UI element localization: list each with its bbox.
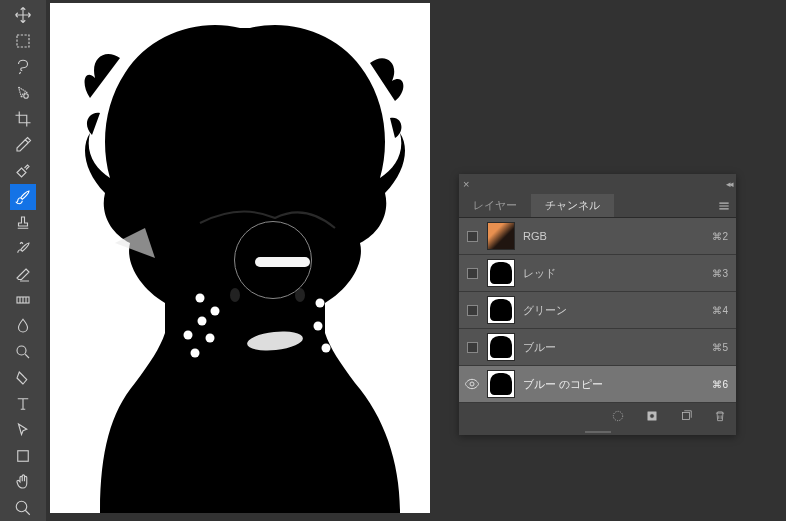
type-tool[interactable] <box>10 391 36 417</box>
eyedropper-tool[interactable] <box>10 132 36 158</box>
svg-point-12 <box>184 331 193 340</box>
svg-point-3 <box>17 346 26 355</box>
visibility-toggle[interactable] <box>463 301 481 319</box>
svg-point-10 <box>211 307 220 316</box>
channel-red[interactable]: レッド ⌘3 <box>459 255 736 292</box>
panel-header[interactable]: × ◂◂ <box>459 174 736 194</box>
brush-tool[interactable] <box>10 184 36 210</box>
svg-point-16 <box>331 311 340 320</box>
channel-thumbnail <box>487 222 515 250</box>
channel-blue[interactable]: ブルー ⌘5 <box>459 329 736 366</box>
channel-name: ブルー <box>523 340 712 355</box>
channel-thumbnail <box>487 370 515 398</box>
blur-tool[interactable] <box>10 313 36 339</box>
channel-thumbnail <box>487 333 515 361</box>
hand-tool[interactable] <box>10 469 36 495</box>
move-tool[interactable] <box>10 2 36 28</box>
stamp-tool[interactable] <box>10 210 36 236</box>
healing-tool[interactable] <box>10 158 36 184</box>
toolbar <box>0 0 46 521</box>
panel-menu-icon[interactable] <box>712 194 736 217</box>
panel-tabs: レイヤー チャンネル <box>459 194 736 218</box>
channel-shortcut: ⌘3 <box>712 268 728 279</box>
channel-shortcut: ⌘4 <box>712 305 728 316</box>
document-image <box>50 3 430 513</box>
visibility-toggle[interactable] <box>463 227 481 245</box>
svg-rect-27 <box>683 413 690 420</box>
channel-thumbnail <box>487 296 515 324</box>
channel-blue-copy[interactable]: ブルー のコピー ⌘6 <box>459 366 736 403</box>
pen-tool[interactable] <box>10 365 36 391</box>
channel-thumbnail <box>487 259 515 287</box>
channel-name: グリーン <box>523 303 712 318</box>
svg-point-15 <box>316 299 325 308</box>
svg-point-26 <box>650 414 655 419</box>
visibility-toggle[interactable] <box>463 338 481 356</box>
svg-point-23 <box>470 382 474 386</box>
svg-point-20 <box>341 349 350 358</box>
dodge-tool[interactable] <box>10 339 36 365</box>
channel-name: ブルー のコピー <box>523 377 712 392</box>
svg-point-21 <box>230 288 240 302</box>
channel-green[interactable]: グリーン ⌘4 <box>459 292 736 329</box>
svg-rect-4 <box>18 451 29 462</box>
svg-point-18 <box>336 329 345 338</box>
quick-select-tool[interactable] <box>10 80 36 106</box>
eraser-tool[interactable] <box>10 262 36 288</box>
shape-tool[interactable] <box>10 443 36 469</box>
delete-channel-icon[interactable] <box>712 408 728 424</box>
svg-point-14 <box>191 349 200 358</box>
marquee-tool[interactable] <box>10 28 36 54</box>
collapse-icon[interactable]: ◂◂ <box>726 179 732 189</box>
channel-shortcut: ⌘6 <box>712 379 728 390</box>
channel-shortcut: ⌘2 <box>712 231 728 242</box>
svg-point-1 <box>24 94 29 99</box>
svg-point-5 <box>16 501 27 512</box>
svg-point-24 <box>613 411 622 420</box>
crop-tool[interactable] <box>10 106 36 132</box>
svg-rect-0 <box>17 35 29 47</box>
tab-channels[interactable]: チャンネル <box>531 194 614 217</box>
gradient-tool[interactable] <box>10 287 36 313</box>
svg-point-19 <box>322 344 331 353</box>
channel-name: RGB <box>523 230 712 242</box>
channel-list: RGB ⌘2 レッド ⌘3 グリーン ⌘4 ブルー ⌘5 ブルー のコピー <box>459 218 736 403</box>
close-icon[interactable]: × <box>463 178 475 190</box>
resize-grip[interactable] <box>459 429 736 435</box>
channel-rgb[interactable]: RGB ⌘2 <box>459 218 736 255</box>
channel-shortcut: ⌘5 <box>712 342 728 353</box>
svg-point-9 <box>196 294 205 303</box>
visibility-toggle[interactable] <box>463 264 481 282</box>
history-brush-tool[interactable] <box>10 236 36 262</box>
lasso-tool[interactable] <box>10 54 36 80</box>
visibility-toggle[interactable] <box>463 375 481 393</box>
save-selection-icon[interactable] <box>644 408 660 424</box>
svg-point-11 <box>198 317 207 326</box>
brush-cursor <box>234 221 312 299</box>
svg-point-13 <box>206 334 215 343</box>
svg-point-17 <box>314 322 323 331</box>
canvas[interactable] <box>50 3 430 513</box>
new-channel-icon[interactable] <box>678 408 694 424</box>
panel-footer <box>459 403 736 429</box>
zoom-tool[interactable] <box>10 495 36 521</box>
load-selection-icon[interactable] <box>610 408 626 424</box>
tab-layers[interactable]: レイヤー <box>459 194 531 217</box>
channel-name: レッド <box>523 266 712 281</box>
channels-panel: × ◂◂ レイヤー チャンネル RGB ⌘2 レッド ⌘3 グリーン ⌘4 <box>459 174 736 435</box>
path-select-tool[interactable] <box>10 417 36 443</box>
eye-icon <box>464 376 480 392</box>
